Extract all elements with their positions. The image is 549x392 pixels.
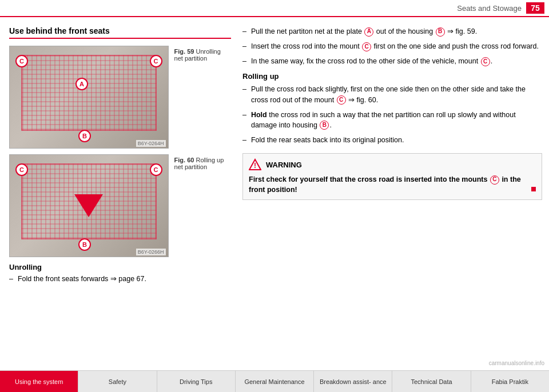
- label-C-59-left: C: [15, 55, 28, 67]
- label-C-59-right: C: [150, 55, 162, 67]
- nav-general-maintenance-label: General Maintenance: [244, 378, 304, 385]
- bullet-dash: –: [9, 274, 13, 284]
- section-title: Use behind the front seats: [9, 26, 231, 39]
- fig-59-caption: Fig. 59 Unrolling net partition: [174, 46, 231, 62]
- end-square: [531, 187, 536, 191]
- watermark: carmanualsonline.info: [489, 360, 544, 366]
- nav-fabia-praktik[interactable]: Fabia Praktik: [471, 371, 549, 392]
- left-column: Use behind the front seats A B C C B6Y-0…: [9, 26, 238, 366]
- nav-using-system[interactable]: Using the system: [0, 371, 78, 392]
- svg-text:!: !: [254, 162, 256, 170]
- unrolling-section: Unrolling – Fold the front seats forward…: [9, 263, 231, 284]
- nav-technical-data[interactable]: Technical Data: [392, 371, 471, 392]
- right-column: – Pull the net partiton net at the plate…: [238, 26, 542, 366]
- warning-header: ! WARNING: [249, 158, 536, 171]
- label-B-60: B: [78, 238, 91, 251]
- bullet-text-3: In the same way, fix the cross rod to th…: [251, 56, 542, 66]
- rolling-dash-2: –: [242, 110, 246, 130]
- rolling-dash-3: –: [242, 135, 246, 145]
- bullet-1: – Pull the net partiton net at the plate…: [242, 26, 542, 37]
- circle-A: A: [364, 27, 373, 37]
- dash-1: –: [242, 26, 246, 37]
- fig-60-caption: Fig. 60 Rolling up net partition: [174, 154, 231, 170]
- bullet-3: – In the same way, fix the cross rod to …: [242, 56, 542, 66]
- rolling-text-1: Pull the cross rod back slightly, first …: [251, 84, 542, 105]
- nav-using-system-label: Using the system: [15, 378, 63, 385]
- label-C-60-right: C: [150, 163, 162, 176]
- dash-3: –: [242, 56, 246, 66]
- rolling-bullet-3: – Fold the rear seats back into its orig…: [242, 135, 542, 145]
- nav-breakdown-label: Breakdown assist- ance: [320, 378, 387, 385]
- nav-safety[interactable]: Safety: [78, 371, 157, 392]
- rolling-text-2: Hold the cross rod in such a way that th…: [251, 110, 542, 130]
- image-code-59: B6Y-0264H: [136, 140, 166, 147]
- rolling-title: Rolling up: [242, 72, 542, 81]
- rolling-text-3: Fold the rear seats back into its origin…: [251, 135, 542, 145]
- circle-C-r1: C: [337, 95, 346, 105]
- car-trunk-59: A B C C: [10, 46, 168, 148]
- circle-C-2: C: [362, 42, 371, 51]
- page-header: Seats and Stowage 75: [0, 0, 549, 17]
- figure-60-container: B C C B6Y-0266H Fig. 60 Rolling up net p…: [9, 154, 231, 257]
- warning-text: First check for yourself that the cross …: [249, 174, 536, 195]
- circle-C-3: C: [481, 57, 490, 66]
- net-overlay-59: [21, 55, 157, 131]
- warning-title: WARNING: [266, 161, 302, 169]
- figure-59-container: A B C C B6Y-0264H Fig. 59 Unrolling net …: [9, 46, 231, 149]
- unrolling-bullet: – Fold the front seats forwards ⇒ page 6…: [9, 274, 231, 284]
- nav-technical-data-label: Technical Data: [411, 378, 452, 385]
- main-content: Use behind the front seats A B C C B6Y-0…: [0, 17, 549, 366]
- nav-fabia-praktik-label: Fabia Praktik: [492, 378, 528, 385]
- down-arrow-icon: [74, 194, 103, 217]
- warning-triangle-icon: !: [249, 158, 261, 171]
- bottom-nav: Using the system Safety Driving Tips Gen…: [0, 370, 549, 392]
- unrolling-text: Fold the front seats forwards ⇒ page 67.: [18, 274, 231, 284]
- circle-B-r2: B: [320, 121, 329, 130]
- bullet-text-2: Insert the cross rod into the mount C fi…: [251, 41, 542, 51]
- bullet-2: – Insert the cross rod into the mount C …: [242, 41, 542, 51]
- warning-box: ! WARNING First check for yourself that …: [242, 153, 542, 200]
- fig-59-caption-bold: Fig. 59: [174, 48, 194, 55]
- label-B-59: B: [78, 130, 91, 142]
- rolling-bullet-2: – Hold the cross rod in such a way that …: [242, 110, 542, 130]
- circle-B-1: B: [436, 27, 445, 37]
- nav-breakdown[interactable]: Breakdown assist- ance: [314, 371, 392, 392]
- label-C-60-left: C: [15, 163, 28, 176]
- dash-2: –: [242, 41, 246, 51]
- label-A: A: [75, 78, 88, 90]
- car-trunk-60: B C C: [10, 155, 168, 257]
- figure-59-image: A B C C B6Y-0264H: [9, 46, 169, 149]
- image-code-60: B6Y-0266H: [136, 249, 166, 255]
- chapter-title: Seats and Stowage: [457, 4, 522, 13]
- nav-safety-label: Safety: [109, 378, 126, 385]
- nav-driving-tips[interactable]: Driving Tips: [157, 371, 236, 392]
- bullet-text-1: Pull the net partiton net at the plate A…: [251, 26, 542, 37]
- circle-C-warning: C: [490, 175, 499, 185]
- page-number: 75: [526, 2, 544, 14]
- nav-driving-tips-label: Driving Tips: [180, 378, 212, 385]
- nav-general-maintenance[interactable]: General Maintenance: [236, 371, 314, 392]
- rolling-bullet-1: – Pull the cross rod back slightly, firs…: [242, 84, 542, 105]
- fig-60-caption-bold: Fig. 60: [174, 157, 194, 163]
- unrolling-title: Unrolling: [9, 263, 231, 271]
- figure-60-image: B C C B6Y-0266H: [9, 154, 169, 257]
- rolling-dash-1: –: [242, 84, 246, 105]
- bold-hold: Hold: [251, 111, 267, 119]
